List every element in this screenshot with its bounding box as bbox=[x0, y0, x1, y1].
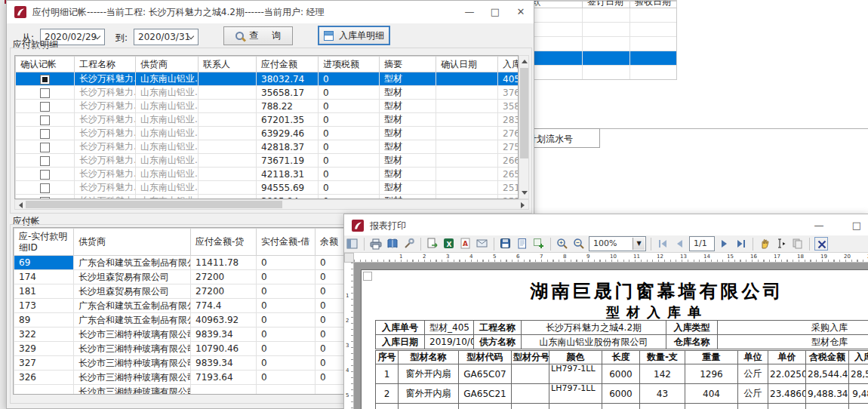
table-cell[interactable]: 1 bbox=[376, 364, 399, 384]
table-cell[interactable] bbox=[630, 37, 678, 51]
table-cell[interactable] bbox=[199, 140, 257, 154]
payable-titlebar[interactable]: 应付明细记帐------当前工程: 长沙万科魅力之城4.2期------当前用户… bbox=[7, 1, 534, 23]
table-cell[interactable]: 142 bbox=[640, 364, 685, 384]
table-row[interactable]: 327长沙市三湘特种玻璃有限公司9839.3400 bbox=[14, 356, 353, 371]
table-cell[interactable]: 0 bbox=[319, 168, 380, 181]
table-cell[interactable]: 9,488.34 bbox=[849, 384, 868, 404]
table-cell[interactable] bbox=[512, 384, 549, 404]
table-cell[interactable]: 长沙坦森贸易有限公司 bbox=[74, 284, 191, 299]
row-checkbox[interactable] bbox=[40, 115, 50, 125]
page-layout-icon[interactable] bbox=[516, 237, 529, 251]
export-pdf-icon[interactable]: A bbox=[459, 237, 472, 251]
row-checkbox[interactable] bbox=[40, 170, 50, 180]
table-cell[interactable]: 公斤 bbox=[738, 364, 768, 384]
table-cell[interactable]: 长沙市三湘特种玻璃有限公司 bbox=[74, 385, 191, 395]
table-cell[interactable]: 327 bbox=[14, 356, 74, 371]
nav-panel-icon[interactable] bbox=[346, 237, 359, 251]
minimize-icon[interactable]: — bbox=[457, 1, 482, 23]
table-cell[interactable]: 山东南山铝业... bbox=[136, 168, 199, 181]
table-cell[interactable]: 326 bbox=[14, 371, 74, 385]
table-cell[interactable]: 0 bbox=[319, 140, 380, 154]
table-cell[interactable]: 长沙坦森贸易有限公司 bbox=[74, 270, 191, 284]
table-cell[interactable] bbox=[630, 66, 678, 80]
text-select-icon[interactable] bbox=[774, 237, 788, 251]
table-cell[interactable]: 251 bbox=[498, 181, 519, 195]
table-row[interactable]: 174长沙坦森贸易有限公司2720000 bbox=[14, 270, 353, 284]
scroll-right-icon[interactable] bbox=[521, 202, 525, 208]
table-cell[interactable] bbox=[630, 23, 678, 37]
table-cell[interactable]: 0 bbox=[257, 299, 315, 313]
table-row[interactable]: 2窗外开内扇GA65C21LH797-1LL600043404公斤23.4860… bbox=[376, 384, 868, 404]
table-cell[interactable]: 0 bbox=[257, 313, 315, 328]
table-cell[interactable]: 788.22 bbox=[257, 100, 319, 113]
table-cell[interactable]: 6000 bbox=[602, 364, 640, 384]
table-cell[interactable]: 42818.37 bbox=[257, 140, 319, 154]
table-cell[interactable] bbox=[16, 140, 75, 154]
table-cell[interactable]: 174 bbox=[14, 270, 74, 284]
page-number-input[interactable]: 1/1 bbox=[689, 236, 715, 251]
save-icon[interactable] bbox=[499, 237, 512, 251]
table-cell[interactable]: 0 bbox=[319, 100, 380, 113]
close-icon[interactable]: ✕ bbox=[865, 214, 868, 237]
table-cell[interactable]: 型材 bbox=[380, 181, 436, 195]
table-cell[interactable]: 27200 bbox=[191, 284, 257, 299]
table-cell[interactable]: 35658.17 bbox=[257, 86, 319, 100]
table-cell[interactable]: GA65C07 bbox=[459, 364, 512, 384]
table-row[interactable]: 329长沙市三湘特种玻璃有限公司10790.4600 bbox=[14, 342, 353, 356]
prev-page-icon[interactable] bbox=[673, 237, 686, 251]
table-cell[interactable]: 40963.92 bbox=[191, 313, 257, 328]
table-cell[interactable]: 283 bbox=[498, 113, 519, 127]
scroll-down-icon[interactable] bbox=[522, 191, 528, 195]
table-cell[interactable]: 广东合和建筑五金制品有限公司 bbox=[74, 299, 191, 313]
table-cell[interactable]: 43 bbox=[640, 384, 685, 404]
table-cell[interactable]: 22.0250 bbox=[768, 364, 806, 384]
table-cell[interactable]: 275 bbox=[498, 140, 519, 154]
table-cell[interactable]: 0 bbox=[319, 86, 380, 100]
table-cell[interactable]: 173 bbox=[14, 299, 74, 313]
table-cell[interactable]: 322 bbox=[14, 328, 74, 342]
options-icon[interactable] bbox=[402, 237, 416, 251]
table-cell[interactable] bbox=[583, 23, 630, 37]
page-setup-icon[interactable] bbox=[386, 237, 399, 251]
table-cell[interactable]: 28,544.40 bbox=[806, 364, 849, 384]
row-checkbox[interactable] bbox=[40, 75, 50, 85]
table-cell[interactable]: 型材 bbox=[380, 140, 436, 154]
minimize-icon[interactable]: — bbox=[806, 214, 832, 237]
table-cell[interactable]: 181 bbox=[14, 284, 74, 299]
row-checkbox[interactable] bbox=[40, 183, 50, 193]
table-cell[interactable]: 长沙市三湘特种玻璃有限公司 bbox=[74, 342, 191, 356]
hand-tool-icon[interactable] bbox=[758, 237, 771, 251]
table-cell[interactable]: 405 bbox=[498, 72, 519, 86]
table-cell[interactable]: 23.4860 bbox=[768, 384, 806, 404]
table-cell[interactable]: 山东南山铝业... bbox=[136, 154, 199, 168]
table-row[interactable]: 89广东合和建筑五金制品有限公司40963.9200 bbox=[14, 313, 353, 328]
table-cell[interactable]: 329 bbox=[14, 342, 74, 356]
table-row[interactable]: 322长沙市三湘特种玻璃有限公司9839.3400 bbox=[14, 328, 353, 342]
table-cell[interactable]: 73671.19 bbox=[257, 154, 319, 168]
table-cell[interactable] bbox=[436, 72, 498, 86]
table-cell[interactable] bbox=[685, 404, 738, 409]
table-cell[interactable] bbox=[436, 181, 498, 195]
table-cell[interactable]: 38032.74 bbox=[257, 72, 319, 86]
table-cell[interactable]: 长沙万科魅力... bbox=[75, 168, 136, 181]
table-cell[interactable]: 山东南山铝业... bbox=[136, 140, 199, 154]
table-cell[interactable]: 长沙市三湘特种玻璃有限公司 bbox=[74, 356, 191, 371]
table-cell[interactable] bbox=[583, 8, 630, 23]
first-page-icon[interactable] bbox=[656, 237, 669, 251]
table-cell[interactable]: 42118.31 bbox=[257, 168, 319, 181]
preview-area[interactable]: 湖南巨晟门窗幕墙有限公司 型材入库单 入库单号 型材_405 工程名称 长沙万科… bbox=[354, 263, 868, 409]
table-cell[interactable] bbox=[583, 51, 630, 66]
table-row[interactable]: 181长沙坦森贸易有限公司2720000 bbox=[14, 284, 353, 299]
zoom-in-icon[interactable] bbox=[556, 237, 569, 251]
print-icon[interactable] bbox=[369, 237, 383, 251]
table-cell[interactable]: 山东南山铝业... bbox=[136, 127, 199, 140]
table-row[interactable]: 长沙万科魅力...山东南山铝业...67201.350型材283 bbox=[16, 113, 519, 127]
table-cell[interactable]: 9,488.34 bbox=[806, 384, 849, 404]
table-cell[interactable]: 67201.35 bbox=[257, 113, 319, 127]
table-row[interactable]: 长沙市三湘特种玻璃有限公司 bbox=[14, 385, 353, 395]
table-cell[interactable]: 长沙市三湘特种玻璃有限公司 bbox=[74, 371, 191, 385]
table-cell[interactable]: 长沙万科魅力... bbox=[75, 181, 136, 195]
table-cell[interactable] bbox=[849, 404, 868, 409]
table-cell[interactable] bbox=[199, 168, 257, 181]
table-cell[interactable]: 型材 bbox=[380, 72, 436, 86]
